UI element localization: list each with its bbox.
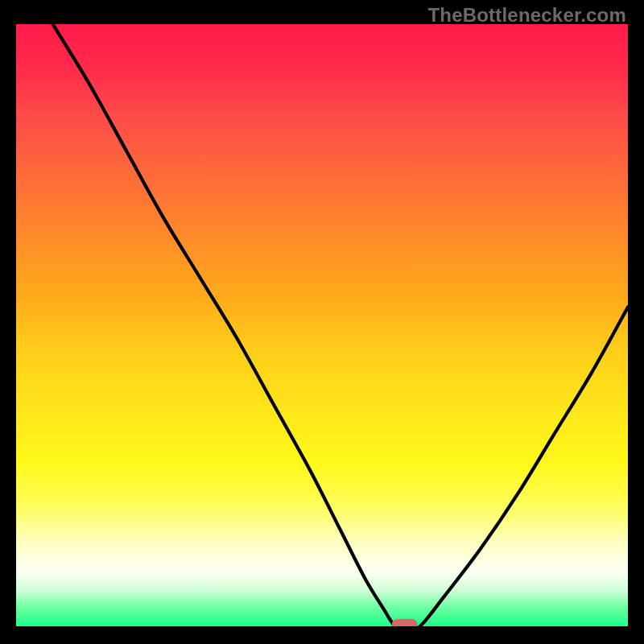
watermark-text: TheBottlenecker.com <box>427 4 626 27</box>
axis-right-border <box>628 0 644 644</box>
axis-left-border <box>0 0 16 644</box>
chart-svg <box>16 24 628 626</box>
plot-area <box>16 24 628 626</box>
bottleneck-curve <box>16 24 628 626</box>
optimal-marker <box>392 619 416 626</box>
axis-bottom-border <box>0 626 644 644</box>
chart-container: TheBottlenecker.com <box>0 0 644 644</box>
